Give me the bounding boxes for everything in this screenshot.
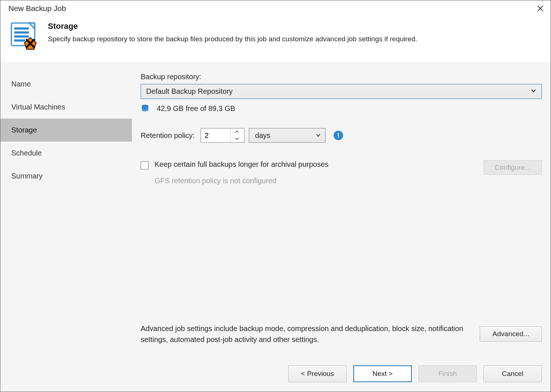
step-label: Storage [11,126,37,134]
gfs-row: Keep certain full backups longer for arc… [141,160,542,185]
retention-unit-selected: days [255,131,270,140]
svg-rect-1 [14,27,29,30]
advanced-row: Advanced job settings include backup mod… [141,323,542,358]
backup-repo-dropdown[interactable]: Default Backup Repository [141,84,542,99]
gfs-text: Keep certain full backups longer for arc… [155,160,476,185]
next-button[interactable]: Next > [353,365,412,382]
retention-info-icon[interactable]: ! [334,131,343,140]
close-icon [537,5,544,12]
step-label: Name [11,80,31,88]
repo-free-text: 42,9 GB free of 89,3 GB [157,104,235,113]
svg-rect-3 [14,35,29,38]
gfs-checkbox[interactable] [141,161,149,169]
backup-repo-selected: Default Backup Repository [146,87,233,96]
spinner-buttons [230,128,243,142]
chevron-down-icon [316,131,321,140]
advanced-description: Advanced job settings include backup mod… [141,323,469,345]
wizard-steps-sidebar: Name Virtual Machines Storage Schedule S… [0,62,132,358]
finish-button: Finish [418,365,477,382]
retention-value-stepper[interactable] [201,128,244,143]
spinner-down-button[interactable] [231,135,243,142]
step-description: Specify backup repository to store the b… [48,34,541,44]
step-title: Storage [48,22,541,31]
retention-label: Retention policy: [141,131,195,140]
wizard-body: Name Virtual Machines Storage Schedule S… [0,62,551,358]
step-storage[interactable]: Storage [0,119,132,142]
configure-button: Configure... [483,160,542,175]
gfs-checkbox-label: Keep certain full backups longer for arc… [155,160,476,169]
svg-rect-4 [14,39,25,42]
close-button[interactable] [535,3,546,14]
wizard-window: New Backup Job Storage [0,0,551,392]
step-schedule[interactable]: Schedule [0,142,132,165]
retention-value-input[interactable] [201,128,230,142]
titlebar: New Backup Job [0,0,551,16]
step-label: Virtual Machines [11,103,65,111]
advanced-button-label: Advanced... [493,330,529,338]
gfs-status-text: GFS retention policy is not configured [155,177,476,185]
advanced-button[interactable]: Advanced... [480,326,542,342]
cancel-button-label: Cancel [502,370,523,378]
repo-free-space: 42,9 GB free of 89,3 GB [141,104,542,113]
window-title: New Backup Job [8,4,66,13]
step-name[interactable]: Name [0,73,132,96]
wizard-content: Backup repository: Default Backup Reposi… [132,62,551,358]
previous-button-label: < Previous [301,370,334,378]
wizard-header: Storage Specify backup repository to sto… [0,16,551,62]
storage-step-icon [8,19,41,52]
backup-repo-label: Backup repository: [141,73,542,81]
chevron-down-icon [531,87,536,96]
previous-button[interactable]: < Previous [288,365,347,382]
step-label: Schedule [11,149,42,157]
finish-button-label: Finish [438,370,457,378]
wizard-footer: < Previous Next > Finish Cancel [0,358,551,392]
wizard-header-text: Storage Specify backup repository to sto… [48,22,541,44]
chevron-down-icon [235,137,239,141]
next-button-label: Next > [372,370,392,378]
spinner-up-button[interactable] [231,128,243,135]
retention-row: Retention policy: days [141,128,542,143]
cancel-button[interactable]: Cancel [483,365,542,382]
chevron-up-icon [235,130,239,134]
disk-stack-icon [141,104,149,113]
step-virtual-machines[interactable]: Virtual Machines [0,96,132,119]
step-summary[interactable]: Summary [0,165,132,188]
retention-unit-dropdown[interactable]: days [249,128,326,143]
svg-rect-2 [14,31,29,34]
configure-button-label: Configure... [495,164,531,172]
gfs-left: Keep certain full backups longer for arc… [141,160,476,185]
step-label: Summary [11,172,43,180]
